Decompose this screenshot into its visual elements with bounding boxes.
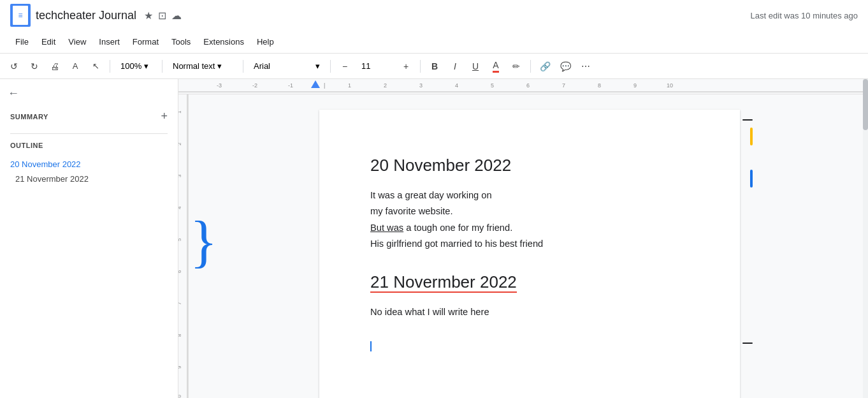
separator-2 xyxy=(162,60,163,73)
paragraph-2: No idea what I will write here xyxy=(370,305,689,320)
title-bar: techcheater Journal ★ ⊡ ☁ Last edit was … xyxy=(0,0,868,31)
svg-text:7: 7 xyxy=(178,302,182,305)
dash-marker-top xyxy=(742,119,753,121)
text-style-dropdown[interactable]: Normal text ▾ xyxy=(168,57,238,75)
more-button[interactable]: ⋯ xyxy=(577,57,595,75)
font-color-button[interactable]: A xyxy=(487,57,505,75)
toolbar: ↺ ↻ 🖨 A ↖ 100% ▾ Normal text ▾ Arial ▾ −… xyxy=(0,54,868,79)
but-was-text: But was xyxy=(370,223,403,233)
drive-icon[interactable]: ⊡ xyxy=(158,10,166,22)
heading-2: 21 Novermber 2022 xyxy=(370,272,689,292)
cloud-icon[interactable]: ☁ xyxy=(171,10,182,22)
ruler: -3 -2 -1 | 1 2 3 4 5 6 7 8 9 10 xyxy=(178,79,868,94)
separator-1 xyxy=(110,60,110,73)
page-container: 20 November 2022 It was a great day work… xyxy=(191,94,868,398)
svg-text:1: 1 xyxy=(178,110,182,114)
redo-button[interactable]: ↻ xyxy=(25,57,43,75)
vertical-ruler: 1 2 3 4 5 6 7 8 9 10 xyxy=(178,94,189,398)
vertical-ruler-svg: 1 2 3 4 5 6 7 8 9 10 xyxy=(178,94,189,398)
separator-6 xyxy=(530,60,531,73)
menu-tools[interactable]: Tools xyxy=(166,34,196,49)
last-edit-text: Last edit was 10 minutes ago xyxy=(751,11,858,20)
separator-4 xyxy=(330,60,331,73)
svg-text:8: 8 xyxy=(598,82,601,89)
separator-5 xyxy=(420,60,421,73)
outline-item-2[interactable]: 21 Novermber 2022 xyxy=(10,172,168,186)
doc-title[interactable]: techcheater Journal xyxy=(36,9,136,22)
svg-text:2: 2 xyxy=(178,142,182,145)
ruler-svg: -3 -2 -1 | 1 2 3 4 5 6 7 8 9 10 xyxy=(178,79,868,94)
cursor-area xyxy=(370,340,689,351)
text-cursor xyxy=(370,341,372,351)
comment-button[interactable]: 💬 xyxy=(556,57,574,75)
svg-text:6: 6 xyxy=(526,82,530,89)
font-size-plus-button[interactable]: + xyxy=(397,57,415,75)
scrollbar-thumb[interactable] xyxy=(863,79,868,130)
zoom-dropdown[interactable]: 100% ▾ xyxy=(115,57,157,75)
outline-label: OUTLINE xyxy=(10,142,168,149)
font-size-minus-button[interactable]: − xyxy=(336,57,354,75)
svg-text:3: 3 xyxy=(419,82,423,89)
font-family-dropdown[interactable]: Arial ▾ xyxy=(249,57,325,75)
marker-blue xyxy=(750,170,753,188)
svg-text:-2: -2 xyxy=(252,82,257,89)
highlight-button[interactable]: ✏ xyxy=(507,57,525,75)
menu-format[interactable]: Format xyxy=(127,34,164,49)
para1-line2: my favorite website. xyxy=(370,204,689,219)
outline-item-1[interactable]: 20 November 2022 xyxy=(10,157,168,172)
cursor-button[interactable]: ↖ xyxy=(87,57,105,75)
main-layout: ← SUMMARY + OUTLINE 20 November 2022 21 … xyxy=(0,79,868,398)
side-brace: } xyxy=(190,213,217,270)
menu-help[interactable]: Help xyxy=(252,34,279,49)
svg-text:8: 8 xyxy=(178,334,182,337)
menu-extensions[interactable]: Extensions xyxy=(198,34,249,49)
para1-line4: His girlfriend got married to his best f… xyxy=(370,237,689,251)
bold-button[interactable]: B xyxy=(426,57,444,75)
undo-button[interactable]: ↺ xyxy=(5,57,23,75)
svg-text:7: 7 xyxy=(562,82,565,89)
italic-button[interactable]: I xyxy=(446,57,464,75)
summary-label: SUMMARY xyxy=(10,113,48,121)
print-button[interactable]: 🖨 xyxy=(46,57,64,75)
heading-1: 20 November 2022 xyxy=(370,156,689,175)
font-size-dropdown[interactable]: 11 xyxy=(356,57,394,75)
sidebar-divider xyxy=(10,133,168,134)
font-size-value: 11 xyxy=(361,61,370,71)
doc-icon xyxy=(10,4,31,27)
para1-line3-rest: a tough one for my friend. xyxy=(403,223,512,233)
svg-text:10: 10 xyxy=(178,395,182,398)
dash-marker-bottom xyxy=(742,343,753,344)
svg-text:4: 4 xyxy=(455,82,458,89)
svg-text:3: 3 xyxy=(178,174,182,177)
svg-text:6: 6 xyxy=(178,270,182,273)
svg-text:-1: -1 xyxy=(288,82,293,89)
link-button[interactable]: 🔗 xyxy=(536,57,554,75)
para1-line3: But was a tough one for my friend. xyxy=(370,221,689,235)
title-icons: ★ ⊡ ☁ xyxy=(144,10,182,22)
separator-3 xyxy=(243,60,243,73)
underline-button[interactable]: U xyxy=(467,57,484,75)
svg-text:5: 5 xyxy=(491,82,494,89)
menu-insert[interactable]: Insert xyxy=(94,34,125,49)
sidebar-back-button[interactable]: ← xyxy=(8,87,19,100)
menu-edit[interactable]: Edit xyxy=(36,34,61,49)
svg-text:2: 2 xyxy=(384,82,387,89)
svg-text:5: 5 xyxy=(178,238,182,241)
svg-text:10: 10 xyxy=(667,82,673,89)
paragraph-1: It was a great day working on my favorit… xyxy=(370,188,689,252)
summary-add-button[interactable]: + xyxy=(161,110,168,123)
font-value: Arial xyxy=(254,61,270,71)
svg-text:9: 9 xyxy=(178,365,182,369)
para2-text: No idea what I will write here xyxy=(370,305,689,320)
sidebar: ← SUMMARY + OUTLINE 20 November 2022 21 … xyxy=(0,79,178,398)
font-arrow: ▾ xyxy=(315,61,320,71)
menu-file[interactable]: File xyxy=(10,34,34,49)
star-icon[interactable]: ★ xyxy=(144,10,153,22)
paint-format-button[interactable]: A xyxy=(66,57,84,75)
zoom-arrow: ▾ xyxy=(144,61,148,71)
document-page[interactable]: 20 November 2022 It was a great day work… xyxy=(319,110,740,398)
zoom-value: 100% xyxy=(120,61,141,71)
content-area[interactable]: -3 -2 -1 | 1 2 3 4 5 6 7 8 9 10 xyxy=(178,79,868,398)
menu-view[interactable]: View xyxy=(63,34,91,49)
scrollbar-track[interactable] xyxy=(863,79,868,398)
